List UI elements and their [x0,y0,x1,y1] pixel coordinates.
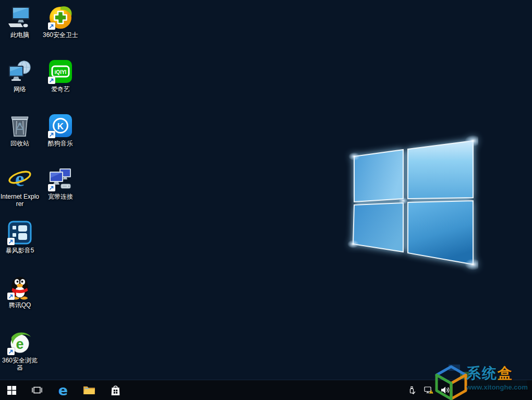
icon-label: 360安全浏览器 [1,357,40,371]
this-pc-icon [7,4,33,30]
system-tray [404,380,454,400]
task-view-icon [31,386,43,394]
desktop-icon-qq[interactable]: 腾讯QQ [0,274,40,309]
icon-label: Internet Explorer [1,193,40,208]
icon-label: 暴风影音5 [6,247,34,254]
icon-label: 腾讯QQ [9,301,31,309]
desktop-icon-internet-explorer[interactable]: e Internet Explorer [0,166,40,208]
task-view-button[interactable] [25,380,49,400]
icon-label: 爱奇艺 [51,86,70,93]
desktop-icon-360-browser[interactable]: e 360安全浏览器 [0,330,40,371]
svg-text:e: e [15,167,25,191]
shortcut-arrow-icon [48,184,55,191]
usb-icon [408,386,416,394]
desktop-icon-iqiyi[interactable]: iQIYI 爱奇艺 [41,58,80,93]
shortcut-arrow-icon [48,77,55,84]
icon-label: 回收站 [10,140,29,147]
network-icon [7,58,33,84]
speaker-icon [441,386,450,394]
internet-explorer-icon: e [7,166,33,192]
icon-label: 网络 [14,86,26,93]
baofeng-player-icon [7,220,33,246]
shortcut-arrow-icon [7,238,15,245]
desktop-icon-360-safe-guard[interactable]: 360安全卫士 [41,4,80,39]
360-safe-guard-icon [47,4,74,30]
windows-desktop: 此电脑 360安全卫士 [0,0,532,400]
desktop-icon-network[interactable]: 网络 [0,58,40,93]
svg-text:iQIYI: iQIYI [55,69,67,75]
shortcut-arrow-icon [48,22,55,30]
edge-icon: e [58,383,68,397]
icon-label: 宽带连接 [48,193,73,200]
desktop-icon-kugou-music[interactable]: K 酷狗音乐 [41,113,80,147]
usb-safely-remove-button[interactable] [404,380,420,400]
file-explorer-icon [83,385,95,395]
icon-label: 360安全卫士 [43,31,78,39]
qq-penguin-icon [7,274,33,300]
desktop-icon-baofeng[interactable]: 暴风影音5 [0,220,40,254]
volume-button[interactable] [437,380,454,400]
file-explorer-button[interactable] [77,380,101,400]
edge-taskbar-button[interactable]: e [51,380,75,400]
shortcut-arrow-icon [48,131,55,138]
network-status-button[interactable] [420,380,437,400]
desktop-icon-broadband[interactable]: 宽带连接 [41,166,80,200]
start-button[interactable] [0,380,23,400]
svg-text:K: K [57,122,64,131]
desktop-icon-this-pc[interactable]: 此电脑 [0,4,40,39]
icon-label: 此电脑 [10,31,29,39]
broadband-connection-icon [47,166,74,192]
iqiyi-icon: iQIYI [47,58,74,84]
windows-start-icon [7,386,16,395]
windows-logo-wallpaper [342,129,478,271]
desktop-icon-recycle-bin[interactable]: 回收站 [0,113,40,147]
windows-store-icon [111,385,120,396]
shortcut-arrow-icon [7,348,15,355]
icon-label: 酷狗音乐 [48,140,73,147]
shortcut-arrow-icon [7,293,15,300]
store-button[interactable] [103,380,127,400]
360-browser-icon: e [7,330,33,356]
svg-text:e: e [16,336,23,352]
recycle-bin-icon [7,113,33,139]
kugou-music-icon: K [47,113,74,139]
network-warning-icon [424,386,433,394]
